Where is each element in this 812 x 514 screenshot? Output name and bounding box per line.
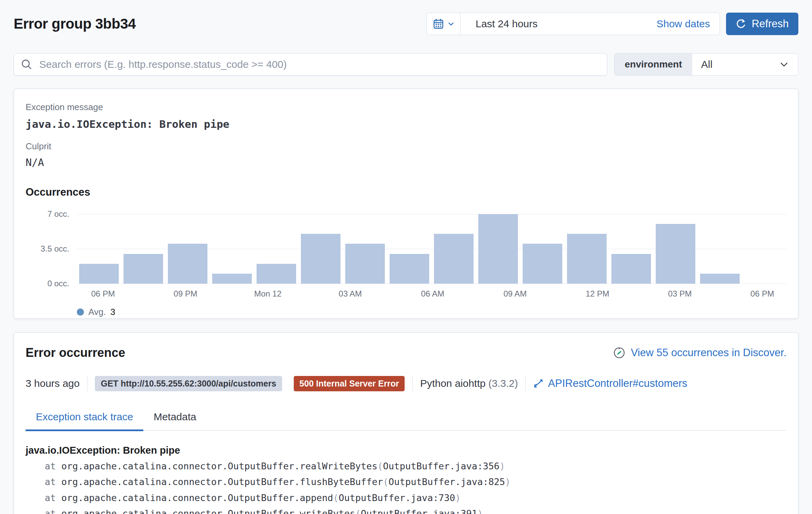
occurrence-tabs: Exception stack traceMetadata <box>26 411 786 430</box>
date-picker[interactable]: Last 24 hours Show dates <box>426 13 720 35</box>
x-axis-tick-label: 09 PM <box>174 289 197 299</box>
culprit-value: N/A <box>26 156 786 168</box>
occurrence-bar <box>301 234 340 284</box>
stack-trace-heading: java.io.IOException: Broken pipe <box>26 445 786 456</box>
transaction-icon <box>533 378 543 389</box>
x-axis-tick-label: Mon 12 <box>254 289 281 299</box>
occurrence-bar <box>700 274 739 284</box>
x-axis-tick-label: 12 PM <box>586 289 609 299</box>
x-axis-tick-label: 03 AM <box>339 289 362 299</box>
page-title: Error group 3bb34 <box>14 16 136 32</box>
refresh-icon <box>736 18 746 29</box>
occurrence-bar <box>212 274 251 284</box>
legend-value: 3 <box>111 307 115 317</box>
occurrence-bar <box>567 234 606 284</box>
x-axis-tick-label: 06 AM <box>421 289 444 299</box>
x-axis-tick-label: 06 PM <box>91 289 115 299</box>
occurrence-bar <box>523 244 562 284</box>
x-axis-tick-label: 09 AM <box>504 289 527 299</box>
occurrence-bar <box>656 224 695 284</box>
gridline <box>77 214 786 214</box>
chart-x-axis: 06 PM09 PMMon 1203 AM06 AM09 AM12 PM03 P… <box>77 284 786 299</box>
error-occurrence-header: Error occurrence View 55 occurrences in … <box>26 346 786 360</box>
occurrence-bar <box>478 214 518 284</box>
chevron-down-icon <box>447 20 455 28</box>
page-header: Error group 3bb34 <box>14 0 798 36</box>
x-axis-tick-label: 06 PM <box>751 289 774 299</box>
occurrence-timestamp: 3 hours ago <box>26 378 79 389</box>
occurrences-chart-title: Occurrences <box>26 186 786 198</box>
occurrence-bar <box>124 254 163 284</box>
x-axis-tick-label: 03 PM <box>668 289 692 299</box>
culprit-label: Culprit <box>26 141 786 152</box>
vertical-divider <box>525 376 526 391</box>
occurrence-bar <box>390 254 429 284</box>
tab-exception-stack-trace[interactable]: Exception stack trace <box>26 411 143 431</box>
stack-frame: at org.apache.catalina.connector.OutputB… <box>26 493 786 503</box>
agent-name: Python aiohttp <box>420 378 485 389</box>
occurrence-meta-row: 3 hours ago GET http://10.55.255.62:3000… <box>26 376 786 391</box>
transaction-link-label: APIRestController#customers <box>548 377 687 390</box>
stack-frame: at org.apache.catalina.connector.OutputB… <box>26 508 786 514</box>
calendar-icon <box>433 18 444 30</box>
refresh-button-label: Refresh <box>752 18 789 30</box>
chart-y-axis: 7 occ.3.5 occ.0 occ. <box>26 214 77 284</box>
stack-frames: at org.apache.catalina.connector.OutputB… <box>26 461 786 514</box>
discover-compass-icon <box>613 346 626 359</box>
occurrence-bar <box>345 244 385 284</box>
occurrence-bar <box>79 264 118 284</box>
error-occurrence-card: Error occurrence View 55 occurrences in … <box>14 332 798 514</box>
time-controls: Last 24 hours Show dates Refresh <box>426 13 798 35</box>
vertical-divider <box>87 376 87 391</box>
exception-message-value: java.io.IOException: Broken pipe <box>26 118 786 130</box>
vertical-divider <box>412 376 412 391</box>
legend-dot-icon <box>77 308 84 316</box>
chevron-down-icon <box>779 59 789 70</box>
y-axis-tick-label: 3.5 occ. <box>41 244 69 254</box>
environment-selected-value: All <box>701 59 712 70</box>
search-row: environment All <box>14 53 798 76</box>
status-code-badge: 500 Internal Server Error <box>294 376 405 391</box>
occurrence-bar <box>168 244 207 284</box>
exception-message-label: Exception message <box>26 102 786 112</box>
stack-frame: at org.apache.catalina.connector.OutputB… <box>26 461 786 472</box>
environment-select[interactable]: All <box>692 54 798 75</box>
time-range-value[interactable]: Last 24 hours <box>461 18 656 30</box>
environment-filter: environment All <box>614 53 798 76</box>
y-axis-tick-label: 0 occ. <box>47 279 69 288</box>
search-input[interactable] <box>39 58 600 71</box>
search-icon <box>21 59 32 70</box>
agent-version: (3.3.2) <box>489 378 518 389</box>
y-axis-tick-label: 7 occ. <box>47 209 69 219</box>
discover-link[interactable]: View 55 occurrences in Discover. <box>613 346 786 359</box>
transaction-link[interactable]: APIRestController#customers <box>533 377 687 390</box>
occurrence-bar <box>611 254 651 284</box>
legend-label: Avg. <box>88 307 106 317</box>
error-occurrence-title: Error occurrence <box>26 346 125 360</box>
stack-frame: at org.apache.catalina.connector.OutputB… <box>26 477 786 487</box>
refresh-button[interactable]: Refresh <box>726 13 798 35</box>
show-dates-link[interactable]: Show dates <box>656 18 720 30</box>
occurrence-bar <box>257 264 296 284</box>
occurrences-plot[interactable] <box>77 214 786 284</box>
environment-filter-label: environment <box>614 54 692 75</box>
occurrence-bar <box>434 234 473 284</box>
search-box[interactable] <box>14 53 607 76</box>
request-badge: GET http://10.55.255.62:3000/api/custome… <box>95 376 282 391</box>
occurrences-chart: 7 occ.3.5 occ.0 occ. <box>26 214 786 284</box>
tab-metadata[interactable]: Metadata <box>143 411 206 431</box>
error-summary-card: Exception message java.io.IOException: B… <box>14 89 798 319</box>
stack-trace: java.io.IOException: Broken pipe at org.… <box>26 445 786 514</box>
discover-link-label: View 55 occurrences in Discover. <box>631 347 786 359</box>
chart-legend: Avg. 3 <box>77 307 786 317</box>
quick-select-button[interactable] <box>427 13 461 35</box>
agent-info: Python aiohttp (3.3.2) <box>420 378 518 389</box>
